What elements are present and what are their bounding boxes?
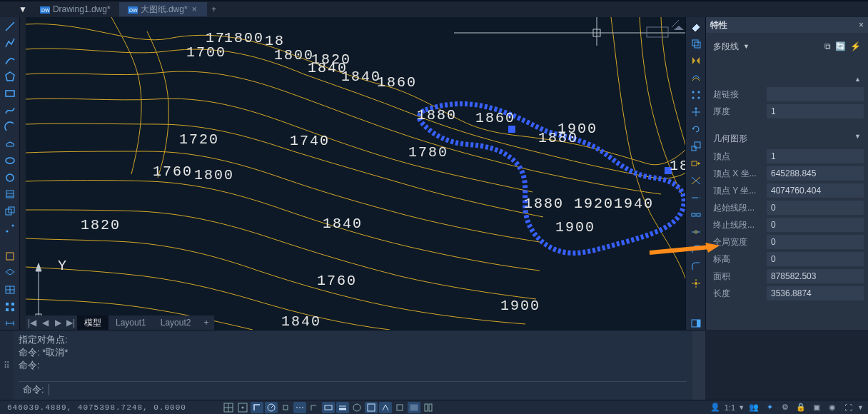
- annotation-visibility-icon[interactable]: ✦: [763, 402, 776, 413]
- arc-tool-icon[interactable]: [3, 54, 17, 66]
- tab-list-dropdown[interactable]: ▼: [14, 4, 31, 14]
- move-tool-icon[interactable]: [689, 106, 703, 118]
- grip-icon[interactable]: [508, 126, 515, 133]
- toggle-icon[interactable]: ⚡: [850, 41, 861, 51]
- layout-add-icon[interactable]: +: [198, 318, 214, 328]
- line-tool-icon[interactable]: [3, 20, 17, 33]
- command-drag-handle-icon[interactable]: ⠿: [0, 330, 13, 400]
- circle-arc-tool-icon[interactable]: [3, 121, 17, 133]
- svg-rect-50: [692, 161, 697, 166]
- erase-tool-icon[interactable]: [689, 20, 703, 33]
- dim-tool-icon[interactable]: [3, 317, 17, 330]
- workspace-icon[interactable]: ⚙: [779, 402, 792, 413]
- table-tool-icon[interactable]: [3, 283, 17, 296]
- pickadd-icon[interactable]: ⧉: [824, 41, 831, 51]
- hatch-tool-icon[interactable]: [3, 188, 17, 201]
- layout-tab-model[interactable]: 模型: [77, 315, 108, 330]
- property-value[interactable]: 1: [767, 149, 864, 163]
- command-input[interactable]: [49, 384, 687, 395]
- command-scrollbar[interactable]: [692, 330, 705, 400]
- property-value[interactable]: 4074760.404: [767, 183, 864, 198]
- view-indicator-icon[interactable]: [647, 20, 684, 37]
- scroll-up-icon[interactable]: ▲: [710, 73, 864, 86]
- break-tool-icon[interactable]: [689, 208, 703, 221]
- otrack-toggle-icon[interactable]: [293, 402, 306, 413]
- copy-tool-icon[interactable]: [689, 37, 703, 50]
- property-value[interactable]: 1: [767, 104, 864, 118]
- layout-nav-first-icon[interactable]: |◀: [26, 318, 39, 328]
- layout-tab-1[interactable]: Layout1: [108, 315, 153, 330]
- quickselect-icon[interactable]: 🔄: [835, 41, 846, 51]
- spline-tool-icon[interactable]: [3, 104, 17, 117]
- polygon-tool-icon[interactable]: [3, 71, 17, 84]
- property-value[interactable]: [767, 87, 864, 101]
- mirror-tool-icon[interactable]: [689, 54, 703, 67]
- property-value[interactable]: 0: [767, 201, 864, 215]
- layout-nav-next-icon[interactable]: ▶: [51, 318, 64, 328]
- scale-tool-icon[interactable]: [689, 140, 703, 153]
- circle-tool-icon[interactable]: [3, 171, 17, 184]
- cleanscreen-icon[interactable]: ⛶: [842, 402, 854, 413]
- tab-bigdrawing[interactable]: DWG 大图纸.dwg* ×: [119, 2, 207, 16]
- isolate-icon[interactable]: ◉: [826, 402, 839, 413]
- dyn-toggle-icon[interactable]: [322, 402, 335, 413]
- panel-toggle-icon[interactable]: [689, 317, 703, 330]
- stretch-tool-icon[interactable]: [689, 157, 703, 170]
- svg-rect-24: [11, 308, 14, 311]
- sc-toggle-icon[interactable]: [379, 402, 392, 413]
- rectangle-tool-icon[interactable]: [3, 87, 17, 100]
- grid-tool-icon[interactable]: [3, 301, 17, 313]
- property-value[interactable]: 0: [767, 218, 864, 232]
- property-value[interactable]: 0: [767, 235, 864, 249]
- hardware-accel-icon[interactable]: ▣: [810, 402, 823, 413]
- person-icon[interactable]: 👤: [709, 402, 722, 413]
- array-tool-icon[interactable]: [689, 89, 703, 101]
- lwt-toggle-icon[interactable]: [336, 402, 349, 413]
- property-value[interactable]: 645288.845: [767, 166, 864, 181]
- join-tool-icon[interactable]: [689, 226, 703, 238]
- polyline-tool-icon[interactable]: [3, 37, 17, 50]
- tab-drawing1[interactable]: DWG Drawing1.dwg*: [31, 2, 119, 16]
- new-tab-button[interactable]: +: [207, 4, 221, 14]
- point-tool-icon[interactable]: [3, 222, 17, 235]
- layout-tab-2[interactable]: Layout2: [153, 315, 198, 330]
- region-tool-icon[interactable]: [3, 205, 17, 218]
- drawing-canvas[interactable]: 1700171800181800184018201840186018801860…: [26, 17, 685, 330]
- osnap-toggle-icon[interactable]: [279, 402, 292, 413]
- dropdown-icon[interactable]: ▼: [743, 43, 750, 50]
- scale-dropdown-icon[interactable]: ▼: [738, 404, 745, 411]
- qp-toggle-icon[interactable]: [365, 402, 378, 413]
- offset-tool-icon[interactable]: [689, 71, 703, 84]
- layout-nav-prev-icon[interactable]: ◀: [39, 318, 51, 328]
- tile-toggle-icon[interactable]: [422, 402, 435, 413]
- annotation-scale-icon[interactable]: 👥: [747, 402, 760, 413]
- grid-toggle-icon[interactable]: [222, 402, 235, 413]
- trim-tool-icon[interactable]: [689, 174, 703, 187]
- property-value[interactable]: 3536.8874: [767, 286, 864, 301]
- block-tool-icon[interactable]: [3, 250, 17, 263]
- property-value[interactable]: 878582.503: [767, 269, 864, 283]
- rotate-tool-icon[interactable]: [689, 123, 703, 136]
- panel-close-icon[interactable]: ×: [859, 20, 864, 30]
- tpy-toggle-icon[interactable]: [350, 402, 363, 413]
- ortho-toggle-icon[interactable]: [251, 402, 263, 413]
- layout-nav-last-icon[interactable]: ▶|: [64, 318, 77, 328]
- polar-toggle-icon[interactable]: [265, 402, 278, 413]
- scale-label[interactable]: 1:1: [725, 403, 735, 412]
- section-geometry[interactable]: 几何图形 ▼: [710, 130, 864, 148]
- explode-tool-icon[interactable]: [689, 277, 703, 290]
- property-value[interactable]: 0: [767, 252, 864, 266]
- ducs-toggle-icon[interactable]: [308, 402, 321, 413]
- am-toggle-icon[interactable]: [393, 402, 406, 413]
- object-type-label[interactable]: 多段线: [713, 41, 739, 53]
- layer-tool-icon[interactable]: [3, 267, 17, 280]
- contour-label: 17: [206, 30, 226, 46]
- extend-tool-icon[interactable]: [689, 191, 703, 204]
- cloud-tool-icon[interactable]: [3, 138, 17, 151]
- snap-toggle-icon[interactable]: [236, 402, 249, 413]
- tab-close-icon[interactable]: ×: [191, 4, 198, 14]
- model-toggle-icon[interactable]: [408, 402, 420, 413]
- customization-icon[interactable]: ▼: [857, 404, 864, 411]
- lock-icon[interactable]: 🔒: [794, 402, 807, 413]
- ellipse-tool-icon[interactable]: [3, 155, 17, 168]
